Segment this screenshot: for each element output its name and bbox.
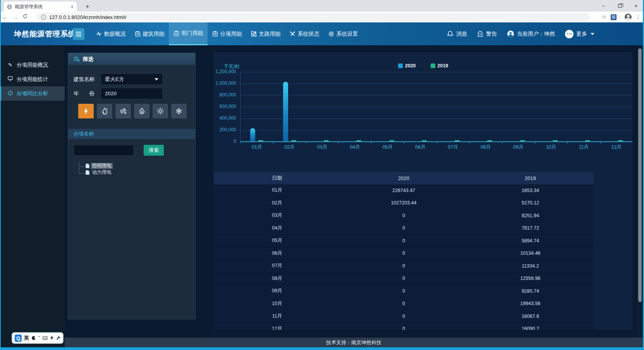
- browser-menu-icon[interactable]: ⋮: [635, 14, 641, 20]
- table-row[interactable]: 09月09280.74: [214, 285, 594, 298]
- monitor-icon: [7, 76, 13, 82]
- window-restore-button[interactable]: [611, 0, 628, 12]
- window-close-button[interactable]: ×: [628, 0, 644, 12]
- table-cell: 7817.72: [467, 222, 594, 235]
- energy-type-wind-button[interactable]: [115, 104, 131, 118]
- clock-icon: [7, 91, 13, 97]
- bar-2019[interactable]: [553, 140, 558, 141]
- table-row[interactable]: 06月010134.46: [214, 247, 594, 260]
- nav-item-subitem-energy[interactable]: 分项用能: [208, 22, 246, 45]
- ime-language-toggle[interactable]: 英: [24, 335, 29, 341]
- energy-type-electricity-button[interactable]: [78, 104, 94, 118]
- nav-item-building-energy[interactable]: 建筑用能: [130, 22, 169, 45]
- bar-2020[interactable]: [250, 128, 255, 141]
- bar-2019[interactable]: [258, 140, 263, 141]
- x-axis-tick: [240, 142, 241, 144]
- energy-type-water-button[interactable]: [97, 104, 112, 118]
- sidebar-item-subitem-overview[interactable]: ✎ 分项用能概况: [0, 58, 65, 72]
- new-tab-button[interactable]: +: [84, 3, 91, 10]
- wrench-icon[interactable]: [56, 336, 60, 340]
- year-input[interactable]: 2020: [101, 88, 163, 99]
- nav-item-department-energy[interactable]: 部门用能: [169, 22, 208, 45]
- ime-punctuation-toggle[interactable]: ’’: [38, 335, 40, 341]
- energy-type-cooling-button[interactable]: [171, 104, 187, 118]
- table-row[interactable]: 11月016067.6: [214, 310, 594, 323]
- moon-icon[interactable]: [31, 336, 36, 340]
- x-tick-label: 12月: [604, 144, 629, 151]
- refresh-button[interactable]: [20, 14, 30, 20]
- window-minimize-button[interactable]: −: [595, 0, 611, 12]
- bookmark-star-icon[interactable]: ☆: [602, 14, 607, 21]
- filter-icon: [74, 57, 80, 62]
- table-header-cell: 2020: [340, 172, 467, 184]
- bar-2019[interactable]: [389, 140, 394, 141]
- nav-item-branch-energy[interactable]: 支路用能: [246, 22, 285, 45]
- table-cell: 19943.56: [467, 298, 594, 310]
- x-tick-label: 07月: [441, 144, 465, 151]
- more-icon: [565, 30, 574, 38]
- pin-icon[interactable]: [50, 336, 54, 340]
- tree-item-power[interactable]: 动力用电: [79, 169, 113, 175]
- bar-chart-plot[interactable]: 01月02月03月04月05月06月07月08月09月10月11月12月: [240, 72, 632, 142]
- table-row[interactable]: 02月1027203.445270.12: [214, 197, 594, 210]
- nav-item-system-status[interactable]: 系统状态: [285, 22, 324, 45]
- table-row[interactable]: 08月012556.98: [214, 273, 594, 285]
- bar-2020[interactable]: [283, 82, 288, 141]
- tab-close-icon[interactable]: ×: [70, 4, 74, 10]
- energy-type-gas-button[interactable]: [134, 104, 149, 118]
- legend-item[interactable]: 2019: [431, 63, 448, 69]
- table-row[interactable]: 05月05894.74: [214, 235, 594, 247]
- search-button[interactable]: 搜索: [144, 145, 164, 156]
- table-row[interactable]: 12月016090.7: [214, 323, 594, 330]
- sidebar-item-yoy-analysis[interactable]: 分项同比分析: [0, 86, 65, 101]
- back-button[interactable]: ←: [0, 14, 10, 20]
- menu-toggle-button[interactable]: [73, 28, 84, 40]
- user-avatar-icon: [507, 30, 514, 38]
- table-row[interactable]: 10月019943.56: [214, 298, 594, 311]
- sidebar-item-subitem-statistics[interactable]: 分项用能统计: [0, 72, 65, 86]
- bar-2019[interactable]: [356, 140, 361, 141]
- chart-legend[interactable]: 20202019: [214, 63, 632, 69]
- subitem-search-input[interactable]: [74, 145, 134, 156]
- bar-2019[interactable]: [422, 140, 427, 141]
- table-row[interactable]: 01月226743.471653.34: [214, 184, 594, 197]
- building-name-select[interactable]: 星火E方: [101, 74, 163, 85]
- alerts-button[interactable]: 警告: [477, 31, 497, 38]
- ime-logo-icon[interactable]: Q: [15, 335, 22, 342]
- table-row[interactable]: 07月011334.2: [214, 260, 594, 273]
- messages-button[interactable]: 消息: [447, 31, 467, 38]
- table-row[interactable]: 04月07817.72: [214, 222, 594, 235]
- table-cell: 10月: [214, 298, 340, 310]
- nav-item-data-overview[interactable]: 数据概况: [91, 22, 130, 45]
- address-bar[interactable]: i 127.0.0.1:8020/krznnh/index.html#: [36, 13, 590, 21]
- x-axis-tick: [535, 142, 535, 144]
- table-header-row: 日期20202019: [214, 172, 594, 184]
- browser-tab[interactable]: 能源管理系统 ×: [4, 2, 77, 12]
- bar-2019[interactable]: [585, 140, 590, 141]
- bar-2019[interactable]: [291, 140, 296, 141]
- legend-item[interactable]: 2020: [398, 63, 416, 69]
- bar-2019[interactable]: [618, 140, 623, 141]
- table-row[interactable]: 03月08251.94: [214, 209, 594, 222]
- chart-y-axis-labels: 1,200,0001,000,000800,000600,000400,0002…: [214, 72, 237, 142]
- table-cell: 06月: [214, 247, 340, 260]
- profile-avatar[interactable]: [625, 14, 632, 21]
- legend-swatch: [398, 63, 403, 68]
- energy-type-solar-button[interactable]: [153, 104, 168, 118]
- bar-2019[interactable]: [487, 140, 492, 141]
- ime-toolbar[interactable]: Q 英 ’’: [12, 332, 64, 344]
- keyboard-icon[interactable]: [43, 336, 48, 340]
- bar-2019[interactable]: [455, 140, 460, 141]
- browser-toolbar: ← → i 127.0.0.1:8020/krznnh/index.html# …: [0, 12, 644, 22]
- extension-icon[interactable]: [611, 14, 617, 20]
- bar-2019[interactable]: [520, 140, 525, 141]
- bar-2019[interactable]: [324, 140, 329, 141]
- forward-button[interactable]: →: [10, 14, 20, 20]
- table-cell: 16067.6: [467, 310, 594, 323]
- more-menu[interactable]: 更多: [565, 30, 594, 38]
- table-cell: 1027203.44: [340, 197, 467, 209]
- nav-item-system-settings[interactable]: 系统设置: [324, 22, 362, 45]
- scrollbar-thumb[interactable]: [638, 48, 642, 302]
- current-user[interactable]: 当前用户：坤然: [507, 30, 555, 38]
- site-info-icon[interactable]: i: [41, 15, 46, 20]
